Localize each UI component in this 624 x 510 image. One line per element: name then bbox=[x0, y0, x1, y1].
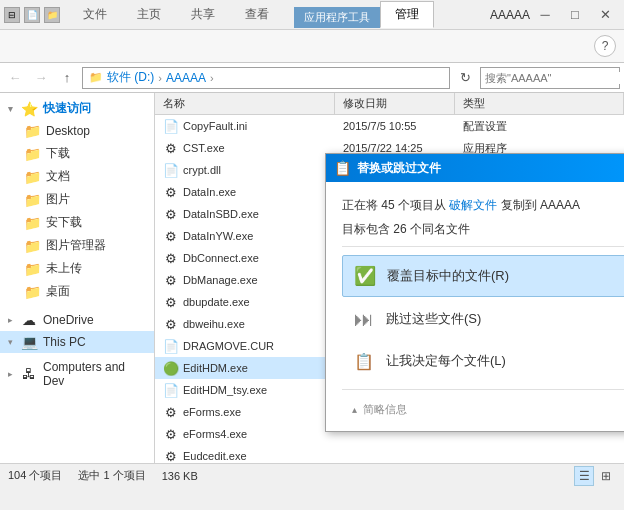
dialog-option-decide[interactable]: 📋 让我决定每个文件(L) bbox=[342, 341, 624, 381]
title-bar: ⊟ 📄 📁 文件 主页 共享 查看 应用程序工具 管理 AAAAA ─ □ ✕ bbox=[0, 0, 624, 30]
up-button[interactable]: ↑ bbox=[56, 67, 78, 89]
address-path[interactable]: 📁 软件 (D:) › AAAAA › bbox=[82, 67, 450, 89]
file-name-cell: ⚙DataInSBD.exe bbox=[155, 206, 335, 222]
sidebar-item-andown[interactable]: 📁 安下载 bbox=[0, 211, 154, 234]
sidebar-label-desktop: Desktop bbox=[46, 124, 90, 138]
file-name-label: dbupdate.exe bbox=[183, 296, 250, 308]
forward-button[interactable]: → bbox=[30, 67, 52, 89]
file-icon: ⚙ bbox=[163, 426, 179, 442]
help-button[interactable]: ? bbox=[594, 35, 616, 57]
pc-icon: 💻 bbox=[21, 334, 37, 350]
sidebar-item-desktop[interactable]: 📁 Desktop bbox=[0, 120, 154, 142]
status-size: 136 KB bbox=[162, 470, 198, 482]
cloud-icon: ☁ bbox=[21, 312, 37, 328]
back-button[interactable]: ← bbox=[4, 67, 26, 89]
dialog-body: 正在将 45 个项目从 破解文件 复制到 AAAAA 目标包含 26 个同名文件… bbox=[326, 182, 624, 431]
tab-manage[interactable]: 管理 bbox=[380, 1, 434, 28]
tab-view[interactable]: 查看 bbox=[230, 1, 284, 28]
file-name-label: CopyFault.ini bbox=[183, 120, 247, 132]
view-details-button[interactable]: ☰ bbox=[574, 466, 594, 486]
col-header-type[interactable]: 类型 bbox=[455, 93, 624, 114]
file-list-header: 名称 修改日期 类型 bbox=[155, 93, 624, 115]
sidebar-label-download: 下载 bbox=[46, 145, 70, 162]
app-tools-label: 应用程序工具 bbox=[294, 7, 380, 28]
folder-icon-desktop: 📁 bbox=[24, 123, 40, 139]
search-box[interactable]: 🔍 bbox=[480, 67, 620, 89]
tab-share[interactable]: 共享 bbox=[176, 1, 230, 28]
replace-dialog[interactable]: 📋 替换或跳过文件 正在将 45 个项目从 破解文件 复制到 AAAAA 目标包… bbox=[325, 153, 624, 432]
expand-arrow-quick-access: ▾ bbox=[8, 104, 13, 114]
title-bar-icons: ⊟ 📄 📁 bbox=[4, 7, 60, 23]
file-name-cell: 📄EditHDM_tsy.exe bbox=[155, 382, 335, 398]
path-part-1[interactable]: 软件 (D:) bbox=[107, 69, 154, 86]
file-icon: 📄 bbox=[163, 382, 179, 398]
window-icon-1: ⊟ bbox=[4, 7, 20, 23]
dialog-title-text: 替换或跳过文件 bbox=[357, 160, 441, 177]
search-input[interactable] bbox=[485, 72, 623, 84]
file-icon: 🟢 bbox=[163, 360, 179, 376]
window-controls: ─ □ ✕ bbox=[530, 0, 620, 30]
sidebar-item-thispc[interactable]: ▾ 💻 This PC bbox=[0, 331, 154, 353]
path-part-2[interactable]: AAAAA bbox=[166, 71, 206, 85]
file-name-label: eForms4.exe bbox=[183, 428, 247, 440]
dialog-details-toggle[interactable]: ▴ 简略信息 bbox=[342, 398, 624, 421]
refresh-button[interactable]: ↻ bbox=[454, 67, 476, 89]
skip-icon: ⏭ bbox=[352, 307, 376, 331]
dialog-option-overwrite[interactable]: ✅ 覆盖目标中的文件(R) bbox=[342, 255, 624, 297]
sidebar-item-computersdev[interactable]: ▸ 🖧 Computers and Dev bbox=[0, 357, 154, 391]
col-header-name[interactable]: 名称 bbox=[155, 93, 335, 114]
sidebar-label-upload: 未上传 bbox=[46, 260, 82, 277]
dialog-separator-2 bbox=[342, 389, 624, 390]
dialog-source-path[interactable]: 破解文件 bbox=[449, 198, 497, 212]
option-label-skip: 跳过这些文件(S) bbox=[386, 310, 481, 328]
table-row[interactable]: 📄CopyFault.ini2015/7/5 10:55配置设置 bbox=[155, 115, 624, 137]
sidebar-item-onedrive[interactable]: ▸ ☁ OneDrive bbox=[0, 309, 154, 331]
tab-file[interactable]: 文件 bbox=[68, 1, 122, 28]
window-icon-3: 📁 bbox=[44, 7, 60, 23]
file-icon: ⚙ bbox=[163, 448, 179, 463]
file-icon: 📄 bbox=[163, 118, 179, 134]
maximize-button[interactable]: □ bbox=[560, 0, 590, 30]
file-icon: ⚙ bbox=[163, 206, 179, 222]
minimize-button[interactable]: ─ bbox=[530, 0, 560, 30]
sidebar-label-pics: 图片 bbox=[46, 191, 70, 208]
file-name-cell: ⚙dbupdate.exe bbox=[155, 294, 335, 310]
folder-icon-desktop2: 📁 bbox=[24, 284, 40, 300]
view-large-button[interactable]: ⊞ bbox=[596, 466, 616, 486]
col-header-date[interactable]: 修改日期 bbox=[335, 93, 455, 114]
view-controls: ☰ ⊞ bbox=[574, 466, 616, 486]
table-row[interactable]: ⚙Eudcedit.exe bbox=[155, 445, 624, 463]
tab-home[interactable]: 主页 bbox=[122, 1, 176, 28]
file-name-cell: ⚙DbConnect.exe bbox=[155, 250, 335, 266]
file-icon: 📄 bbox=[163, 162, 179, 178]
file-name-label: Eudcedit.exe bbox=[183, 450, 247, 462]
status-bar: 104 个项目 选中 1 个项目 136 KB ☰ ⊞ bbox=[0, 463, 624, 487]
expand-arrow-computersdev: ▸ bbox=[8, 369, 13, 379]
sidebar-item-upload[interactable]: 📁 未上传 bbox=[0, 257, 154, 280]
address-bar: ← → ↑ 📁 软件 (D:) › AAAAA › ↻ 🔍 bbox=[0, 63, 624, 93]
sidebar-item-pics[interactable]: 📁 图片 bbox=[0, 188, 154, 211]
file-name-label: dbweihu.exe bbox=[183, 318, 245, 330]
file-name-label: crypt.dll bbox=[183, 164, 221, 176]
dialog-option-skip[interactable]: ⏭ 跳过这些文件(S) bbox=[342, 299, 624, 339]
sidebar-label-thispc: This PC bbox=[43, 335, 86, 349]
sidebar-quick-access[interactable]: ▾ ⭐ 快速访问 bbox=[0, 97, 154, 120]
folder-icon-andown: 📁 bbox=[24, 215, 40, 231]
details-expand-icon: ▴ bbox=[352, 404, 357, 415]
ribbon-tab-row: 文件 主页 共享 查看 应用程序工具 管理 bbox=[68, 1, 480, 28]
status-total: 104 个项目 bbox=[8, 468, 62, 483]
file-name-cell: ⚙DataInYW.exe bbox=[155, 228, 335, 244]
dialog-title-bar: 📋 替换或跳过文件 bbox=[326, 154, 624, 182]
file-list-area: 名称 修改日期 类型 📄CopyFault.ini2015/7/5 10:55配… bbox=[155, 93, 624, 463]
sidebar-item-download[interactable]: 📁 下载 bbox=[0, 142, 154, 165]
sidebar-item-desktop2[interactable]: 📁 桌面 bbox=[0, 280, 154, 303]
file-icon: ⚙ bbox=[163, 228, 179, 244]
close-button[interactable]: ✕ bbox=[590, 0, 620, 30]
file-name-cell: 📄crypt.dll bbox=[155, 162, 335, 178]
sidebar-item-imgmgr[interactable]: 📁 图片管理器 bbox=[0, 234, 154, 257]
ribbon-content: ? bbox=[0, 30, 624, 62]
star-icon: ⭐ bbox=[21, 101, 37, 117]
file-icon: ⚙ bbox=[163, 294, 179, 310]
main-area: ▾ ⭐ 快速访问 📁 Desktop 📁 下载 📁 文档 📁 图片 📁 安下 bbox=[0, 93, 624, 463]
sidebar-item-docs[interactable]: 📁 文档 bbox=[0, 165, 154, 188]
